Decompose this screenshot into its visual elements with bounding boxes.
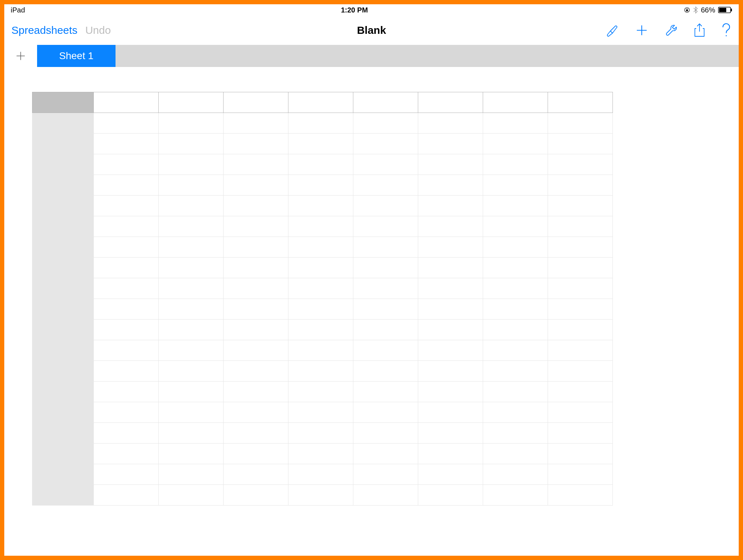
cell[interactable] <box>353 320 418 340</box>
cell[interactable] <box>224 340 288 361</box>
cell[interactable] <box>224 278 288 299</box>
cell[interactable] <box>224 299 288 320</box>
cell[interactable] <box>353 299 418 320</box>
cell[interactable] <box>548 175 613 196</box>
cell[interactable] <box>288 423 353 444</box>
cell[interactable] <box>224 485 288 505</box>
cell[interactable] <box>483 154 548 175</box>
cell[interactable] <box>224 464 288 485</box>
cell[interactable] <box>418 464 483 485</box>
cell[interactable] <box>418 423 483 444</box>
cell[interactable] <box>353 237 418 258</box>
cell[interactable] <box>288 258 353 278</box>
row-header[interactable] <box>32 485 94 505</box>
cell[interactable] <box>483 464 548 485</box>
row-header[interactable] <box>32 154 94 175</box>
cell[interactable] <box>418 237 483 258</box>
column-header[interactable] <box>159 92 224 113</box>
column-header[interactable] <box>94 92 159 113</box>
cell[interactable] <box>224 258 288 278</box>
row-header[interactable] <box>32 444 94 464</box>
cell[interactable] <box>548 237 613 258</box>
cell[interactable] <box>483 113 548 134</box>
add-icon[interactable] <box>635 23 649 37</box>
cell[interactable] <box>288 299 353 320</box>
spreadsheet-canvas[interactable] <box>4 67 739 556</box>
cell[interactable] <box>548 361 613 382</box>
cell[interactable] <box>94 444 159 464</box>
grid-corner-cell[interactable] <box>32 92 94 113</box>
cell[interactable] <box>159 196 224 216</box>
cell[interactable] <box>548 464 613 485</box>
cell[interactable] <box>483 340 548 361</box>
row-header[interactable] <box>32 320 94 340</box>
row-header[interactable] <box>32 361 94 382</box>
cell[interactable] <box>288 216 353 237</box>
cell[interactable] <box>159 299 224 320</box>
cell[interactable] <box>548 382 613 402</box>
cell[interactable] <box>418 340 483 361</box>
cell[interactable] <box>418 278 483 299</box>
cell[interactable] <box>94 485 159 505</box>
back-button[interactable]: Spreadsheets <box>11 24 77 36</box>
cell[interactable] <box>418 402 483 423</box>
cell[interactable] <box>94 340 159 361</box>
help-icon[interactable] <box>721 23 732 38</box>
column-header[interactable] <box>224 92 288 113</box>
cell[interactable] <box>224 444 288 464</box>
cell[interactable] <box>94 382 159 402</box>
cell[interactable] <box>548 134 613 154</box>
cell[interactable] <box>159 216 224 237</box>
cell[interactable] <box>288 196 353 216</box>
column-header[interactable] <box>418 92 483 113</box>
cell[interactable] <box>353 382 418 402</box>
column-header[interactable] <box>288 92 353 113</box>
cell[interactable] <box>483 485 548 505</box>
cell[interactable] <box>353 361 418 382</box>
cell[interactable] <box>483 258 548 278</box>
cell[interactable] <box>159 361 224 382</box>
cell[interactable] <box>353 485 418 505</box>
column-header[interactable] <box>353 92 418 113</box>
cell[interactable] <box>224 113 288 134</box>
cell[interactable] <box>418 113 483 134</box>
cell[interactable] <box>94 361 159 382</box>
cell[interactable] <box>159 154 224 175</box>
cell[interactable] <box>288 278 353 299</box>
cell[interactable] <box>94 278 159 299</box>
cell[interactable] <box>353 196 418 216</box>
cell[interactable] <box>159 423 224 444</box>
cell[interactable] <box>483 134 548 154</box>
cell[interactable] <box>548 196 613 216</box>
cell[interactable] <box>548 485 613 505</box>
cell[interactable] <box>224 175 288 196</box>
add-sheet-button[interactable] <box>4 45 37 67</box>
cell[interactable] <box>418 216 483 237</box>
cell[interactable] <box>159 382 224 402</box>
cell[interactable] <box>94 196 159 216</box>
cell[interactable] <box>548 423 613 444</box>
cell[interactable] <box>548 444 613 464</box>
cell[interactable] <box>224 154 288 175</box>
cell[interactable] <box>483 320 548 340</box>
cell[interactable] <box>548 278 613 299</box>
cell[interactable] <box>159 237 224 258</box>
tools-wrench-icon[interactable] <box>664 23 678 37</box>
column-header[interactable] <box>548 92 613 113</box>
share-icon[interactable] <box>693 23 706 38</box>
cell[interactable] <box>288 134 353 154</box>
cell[interactable] <box>94 113 159 134</box>
cell[interactable] <box>94 423 159 444</box>
cell[interactable] <box>94 402 159 423</box>
cell[interactable] <box>418 444 483 464</box>
cell[interactable] <box>548 154 613 175</box>
cell[interactable] <box>94 299 159 320</box>
cell[interactable] <box>159 340 224 361</box>
cell[interactable] <box>94 134 159 154</box>
cell[interactable] <box>94 320 159 340</box>
cell[interactable] <box>548 216 613 237</box>
cell[interactable] <box>418 299 483 320</box>
cell[interactable] <box>418 258 483 278</box>
cell[interactable] <box>418 196 483 216</box>
cell[interactable] <box>548 258 613 278</box>
